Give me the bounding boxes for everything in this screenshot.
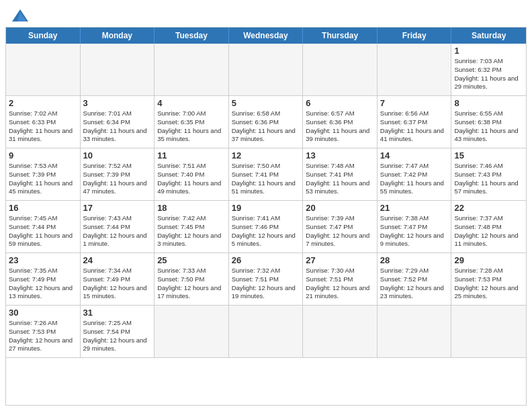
calendar-header-cell: Wednesday [229,28,304,44]
day-info: Sunrise: 7:01 AM Sunset: 6:34 PM Dayligh… [83,109,152,144]
day-info: Sunrise: 7:25 AM Sunset: 7:54 PM Dayligh… [83,319,152,353]
day-number: 19 [232,203,300,213]
day-info: Sunrise: 7:28 AM Sunset: 7:53 PM Dayligh… [454,267,523,301]
day-info: Sunrise: 7:45 AM Sunset: 7:44 PM Dayligh… [9,214,77,248]
calendar-header-cell: Monday [81,28,155,44]
calendar-cell: 19Sunrise: 7:41 AM Sunset: 7:46 PM Dayli… [229,201,304,253]
day-number: 10 [83,150,152,161]
page: SundayMondayTuesdayWednesdayThursdayFrid… [0,0,532,411]
day-info: Sunrise: 7:02 AM Sunset: 6:33 PM Dayligh… [9,109,77,144]
day-info: Sunrise: 7:47 AM Sunset: 7:42 PM Dayligh… [380,162,449,196]
calendar-cell: 20Sunrise: 7:39 AM Sunset: 7:47 PM Dayli… [303,201,378,253]
day-info: Sunrise: 7:53 AM Sunset: 7:39 PM Dayligh… [9,162,77,196]
calendar-cell: 6Sunrise: 6:57 AM Sunset: 6:36 PM Daylig… [303,96,378,148]
calendar-cell: 1Sunrise: 7:03 AM Sunset: 6:32 PM Daylig… [451,44,526,96]
logo-icon [11,8,30,23]
calendar-cell [229,306,304,358]
day-number: 18 [157,203,226,213]
day-info: Sunrise: 7:41 AM Sunset: 7:46 PM Dayligh… [232,214,300,248]
calendar-cell: 22Sunrise: 7:37 AM Sunset: 7:48 PM Dayli… [451,201,526,253]
calendar-cell: 3Sunrise: 7:01 AM Sunset: 6:34 PM Daylig… [81,96,155,148]
day-number: 14 [380,150,449,161]
calendar-cell [378,306,452,358]
day-info: Sunrise: 7:39 AM Sunset: 7:47 PM Dayligh… [306,214,374,248]
calendar-cell: 17Sunrise: 7:43 AM Sunset: 7:44 PM Dayli… [81,201,155,253]
calendar-cell: 16Sunrise: 7:45 AM Sunset: 7:44 PM Dayli… [6,201,81,253]
calendar-cell: 4Sunrise: 7:00 AM Sunset: 6:35 PM Daylig… [154,96,229,148]
calendar-cell: 2Sunrise: 7:02 AM Sunset: 6:33 PM Daylig… [6,96,81,148]
calendar-cell: 14Sunrise: 7:47 AM Sunset: 7:42 PM Dayli… [378,148,452,201]
calendar-header-cell: Thursday [303,28,378,44]
day-number: 21 [380,203,449,213]
day-info: Sunrise: 7:32 AM Sunset: 7:51 PM Dayligh… [232,267,300,301]
day-info: Sunrise: 6:56 AM Sunset: 6:37 PM Dayligh… [380,109,449,144]
day-info: Sunrise: 7:42 AM Sunset: 7:45 PM Dayligh… [157,214,226,248]
day-number: 23 [9,255,77,265]
calendar-cell: 25Sunrise: 7:33 AM Sunset: 7:50 PM Dayli… [154,253,229,306]
day-number: 11 [157,150,226,161]
calendar-header-cell: Saturday [451,28,526,44]
calendar-cell: 28Sunrise: 7:29 AM Sunset: 7:52 PM Dayli… [378,253,452,306]
day-number: 25 [157,255,226,265]
calendar-header-cell: Friday [378,28,452,44]
day-info: Sunrise: 7:33 AM Sunset: 7:50 PM Dayligh… [157,267,226,301]
calendar-header-cell: Tuesday [154,28,229,44]
calendar-cell: 30Sunrise: 7:26 AM Sunset: 7:53 PM Dayli… [6,306,81,358]
day-number: 7 [380,98,449,108]
day-number: 2 [9,98,77,108]
day-info: Sunrise: 7:30 AM Sunset: 7:51 PM Dayligh… [306,267,374,301]
calendar: SundayMondayTuesdayWednesdayThursdayFrid… [5,27,527,406]
day-info: Sunrise: 7:48 AM Sunset: 7:41 PM Dayligh… [306,162,374,196]
calendar-cell: 8Sunrise: 6:55 AM Sunset: 6:38 PM Daylig… [451,96,526,148]
day-info: Sunrise: 6:57 AM Sunset: 6:36 PM Dayligh… [306,109,374,144]
day-info: Sunrise: 7:46 AM Sunset: 7:43 PM Dayligh… [454,162,523,196]
calendar-cell: 21Sunrise: 7:38 AM Sunset: 7:47 PM Dayli… [378,201,452,253]
calendar-cell: 7Sunrise: 6:56 AM Sunset: 6:37 PM Daylig… [378,96,452,148]
day-number: 22 [454,203,523,213]
day-info: Sunrise: 7:38 AM Sunset: 7:47 PM Dayligh… [380,214,449,248]
calendar-cell: 10Sunrise: 7:52 AM Sunset: 7:39 PM Dayli… [81,148,155,201]
day-number: 20 [306,203,374,213]
day-number: 13 [306,150,374,161]
day-info: Sunrise: 7:37 AM Sunset: 7:48 PM Dayligh… [454,214,523,248]
day-info: Sunrise: 7:26 AM Sunset: 7:53 PM Dayligh… [9,319,77,353]
day-info: Sunrise: 7:29 AM Sunset: 7:52 PM Dayligh… [380,267,449,301]
day-number: 1 [454,46,523,56]
calendar-cell [303,44,378,96]
calendar-cell: 27Sunrise: 7:30 AM Sunset: 7:51 PM Dayli… [303,253,378,306]
day-number: 24 [83,255,152,265]
logo [11,8,32,23]
day-number: 29 [454,255,523,265]
calendar-cell: 12Sunrise: 7:50 AM Sunset: 7:41 PM Dayli… [229,148,304,201]
day-info: Sunrise: 6:55 AM Sunset: 6:38 PM Dayligh… [454,109,523,144]
calendar-cell [229,44,304,96]
day-number: 16 [9,203,77,213]
calendar-cell: 31Sunrise: 7:25 AM Sunset: 7:54 PM Dayli… [81,306,155,358]
day-number: 26 [232,255,300,265]
day-info: Sunrise: 7:43 AM Sunset: 7:44 PM Dayligh… [83,214,152,248]
day-info: Sunrise: 7:34 AM Sunset: 7:49 PM Dayligh… [83,267,152,301]
calendar-cell: 29Sunrise: 7:28 AM Sunset: 7:53 PM Dayli… [451,253,526,306]
calendar-cell [6,44,81,96]
day-info: Sunrise: 7:50 AM Sunset: 7:41 PM Dayligh… [232,162,300,196]
day-number: 5 [232,98,300,108]
day-number: 28 [380,255,449,265]
calendar-cell: 13Sunrise: 7:48 AM Sunset: 7:41 PM Dayli… [303,148,378,201]
calendar-cell: 15Sunrise: 7:46 AM Sunset: 7:43 PM Dayli… [451,148,526,201]
header [0,0,532,27]
calendar-body: 1Sunrise: 7:03 AM Sunset: 6:32 PM Daylig… [6,44,526,358]
day-number: 30 [9,308,77,318]
day-number: 4 [157,98,226,108]
day-number: 3 [83,98,152,108]
day-number: 6 [306,98,374,108]
day-info: Sunrise: 7:35 AM Sunset: 7:49 PM Dayligh… [9,267,77,301]
calendar-cell: 26Sunrise: 7:32 AM Sunset: 7:51 PM Dayli… [229,253,304,306]
calendar-cell [303,306,378,358]
calendar-cell: 9Sunrise: 7:53 AM Sunset: 7:39 PM Daylig… [6,148,81,201]
day-info: Sunrise: 7:00 AM Sunset: 6:35 PM Dayligh… [157,109,226,144]
day-number: 8 [454,98,523,108]
calendar-cell: 23Sunrise: 7:35 AM Sunset: 7:49 PM Dayli… [6,253,81,306]
day-number: 12 [232,150,300,161]
calendar-cell [81,44,155,96]
calendar-cell: 24Sunrise: 7:34 AM Sunset: 7:49 PM Dayli… [81,253,155,306]
